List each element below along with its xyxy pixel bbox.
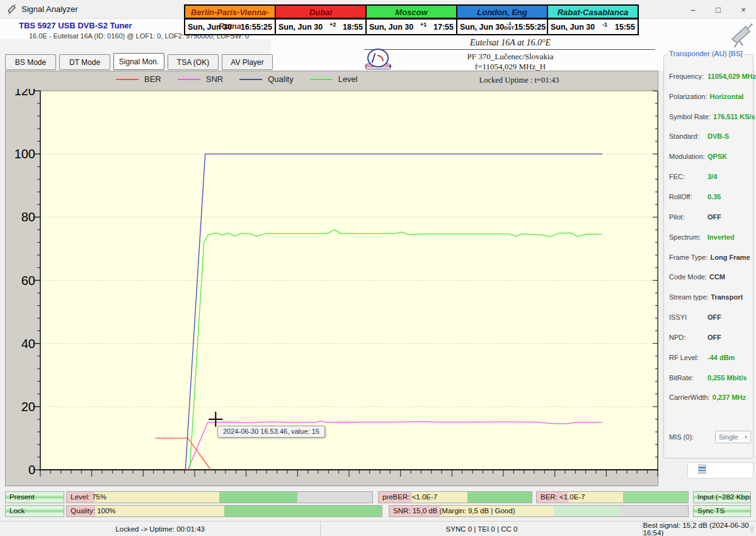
clock-time: Sun, Jun 30-115:55: [547, 19, 638, 35]
transponder-row: Frame Type:Long Frame: [669, 247, 751, 267]
clock-cell-0: Berlin-Paris-Vienna-RomaSun, Jun 3016:55…: [185, 5, 275, 35]
clock-city: Berlin-Paris-Vienna-Roma: [185, 5, 275, 19]
tab-av-player[interactable]: AV Player: [222, 54, 273, 70]
mis-label: MIS (0):: [669, 433, 705, 441]
svg-text:20: 20: [21, 400, 35, 414]
clock-cell-2: MoscowSun, Jun 30+117:55: [366, 5, 457, 35]
locked-uptime-label: Locked Uptime : t=01:43: [440, 76, 598, 85]
transponder-row: BitRate:0,255 Mbit/s: [669, 368, 751, 388]
transponder-panel: Transponder (AU) [BS] Frequency:11054,02…: [663, 54, 753, 458]
sync-ts-indicator: Sync TS: [693, 505, 751, 517]
tab-tsa-ok-[interactable]: TSA (OK): [168, 54, 219, 70]
tab-dt-mode[interactable]: DT Mode: [59, 54, 110, 70]
transponder-row: ISSYIOFF: [669, 307, 751, 327]
maximize-button[interactable]: □: [706, 0, 731, 19]
present-indicator: Present: [5, 491, 64, 503]
legend-item-ber: BER: [116, 74, 161, 84]
svg-text:100: 100: [14, 147, 35, 161]
satellite-position-label: Eutelsat 16A at 16.0°E: [416, 38, 605, 48]
transponder-row: Spectrum:Inverted: [669, 227, 751, 247]
app-satellite-icon: [6, 4, 18, 15]
quality-progress-bar: Quality: 100%: [66, 505, 382, 517]
clock-city: Dubai: [275, 5, 366, 19]
clock-city: Rabat-Casablanca: [547, 5, 638, 19]
satellite-dish-icon: [724, 21, 753, 52]
preber-progress-bar: preBER: <1.0E-7: [378, 491, 532, 503]
svg-text:40: 40: [21, 337, 35, 351]
legend-swatch: [116, 79, 139, 80]
clock-time: Sun, Jun 30-1DST15:55:25: [457, 19, 547, 35]
status-best-signal: Best signal: 15,2 dB (2024-06-30 16:54): [643, 521, 750, 536]
signal-chart-panel: BERSNRQualityLevel Locked Uptime : t=01:…: [5, 71, 658, 486]
clock-city: Moscow: [366, 5, 457, 19]
chart-legend: BERSNRQualityLevel: [116, 74, 358, 84]
tab-bs-mode[interactable]: BS Mode: [5, 54, 56, 70]
mode-tabs: BS ModeDT ModeSignal Mon.TSA (OK)AV Play…: [5, 54, 273, 70]
legend-swatch: [310, 79, 333, 80]
lock-indicator: Lock: [5, 505, 64, 517]
transponder-row: Pilot:OFF: [669, 207, 751, 227]
clock-cell-1: DubaiSun, Jun 30+218:55: [275, 5, 366, 35]
transponder-row: Modulation:QPSK: [669, 146, 751, 166]
mis-row: MIS (0): Single ▾: [669, 431, 751, 443]
transponder-row: Code Mode:CCM: [669, 267, 751, 287]
snr-progress-bar: SNR: 15,0 dB (Margin: 9,5 dB | Good): [389, 505, 689, 517]
svg-text:60: 60: [21, 274, 35, 288]
input-rate-indicator: Input (~282 Kbps): [693, 491, 751, 503]
status-uptime: Locked -> Uptime: 00:01:43: [0, 521, 321, 536]
tab-signal-mon-[interactable]: Signal Mon.: [113, 53, 164, 70]
site-label: PF 370_Lučenec/Slovakia: [416, 52, 605, 62]
transponder-row: RF Level:-44 dBm: [669, 347, 751, 368]
transponder-row: Standard:DVB-S: [669, 127, 751, 147]
transponder-row: NPD:OFF: [669, 327, 751, 347]
dxsatcs-logo: DXSATCS.COM: [365, 49, 391, 71]
status-sync-counters: SYNC 0 | TEI 0 | CC 0: [321, 521, 643, 536]
transponder-row: FEC:3/4: [669, 166, 751, 187]
svg-text:80: 80: [21, 210, 35, 224]
window-title: Signal Analyzer: [21, 0, 78, 19]
transponder-row: Frequency:11054,029 MHz: [669, 66, 751, 86]
legend-item-quality: Quality: [239, 74, 293, 84]
chart-tooltip: 2024-06-30 16.53.46, value: 15: [217, 426, 325, 438]
header-divider: [364, 49, 655, 50]
clock-time: Sun, Jun 30+218:55: [275, 19, 366, 35]
status-bar: Locked -> Uptime: 00:01:43 SYNC 0 | TEI …: [0, 521, 756, 536]
mis-selected-value: Single: [719, 433, 738, 441]
world-clocks: Berlin-Paris-Vienna-RomaSun, Jun 3016:55…: [184, 4, 639, 35]
transponder-row: Symbol Rate:176,511 KS/s: [669, 107, 751, 127]
table-icon: [698, 464, 706, 477]
ts-table-button[interactable]: [687, 462, 753, 479]
legend-item-level: Level: [310, 74, 358, 84]
chevron-down-icon: ▾: [744, 434, 747, 440]
svg-text:120: 120: [14, 89, 35, 98]
transponder-row: Stream type:Transport: [669, 287, 751, 307]
level-progress-bar: Level: 75%: [66, 491, 373, 503]
indicator-row-1: Present Level: 75% preBER: <1.0E-7 BER: …: [0, 491, 756, 503]
transponder-panel-title: Transponder (AU) [BS]: [667, 50, 745, 57]
legend-swatch: [178, 79, 200, 80]
resize-grip-icon[interactable]: ⣿: [750, 526, 755, 532]
mis-select[interactable]: Single ▾: [715, 431, 751, 443]
close-button[interactable]: ×: [731, 0, 756, 19]
minimize-button[interactable]: –: [680, 0, 706, 19]
legend-swatch: [239, 79, 262, 80]
clock-cell-3: London, EngSun, Jun 30-1DST15:55:25: [457, 5, 547, 35]
transponder-rows: Frequency:11054,029 MHzPolarization:Hori…: [669, 66, 751, 407]
transponder-row: RollOff:0.35: [669, 187, 751, 207]
clock-cell-4: Rabat-CasablancaSun, Jun 30-115:55: [547, 5, 638, 35]
transponder-row: Polarization:Horizontal: [669, 86, 751, 107]
ber-progress-bar: BER: <1.0E-7: [536, 491, 689, 503]
signal-chart-svg[interactable]: 020406080100120: [6, 89, 659, 487]
svg-text:0: 0: [28, 463, 35, 477]
transponder-row: CarrierWidth:0,237 MHz: [669, 388, 751, 408]
clock-time: Sun, Jun 30+117:55: [366, 19, 457, 35]
legend-item-snr: SNR: [178, 74, 223, 84]
clock-city: London, Eng: [457, 5, 547, 19]
indicator-row-2: Lock Quality: 100% SNR: 15,0 dB (Margin:…: [0, 505, 756, 517]
tuner-name: TBS 5927 USB DVB-S2 Tuner: [19, 21, 132, 30]
